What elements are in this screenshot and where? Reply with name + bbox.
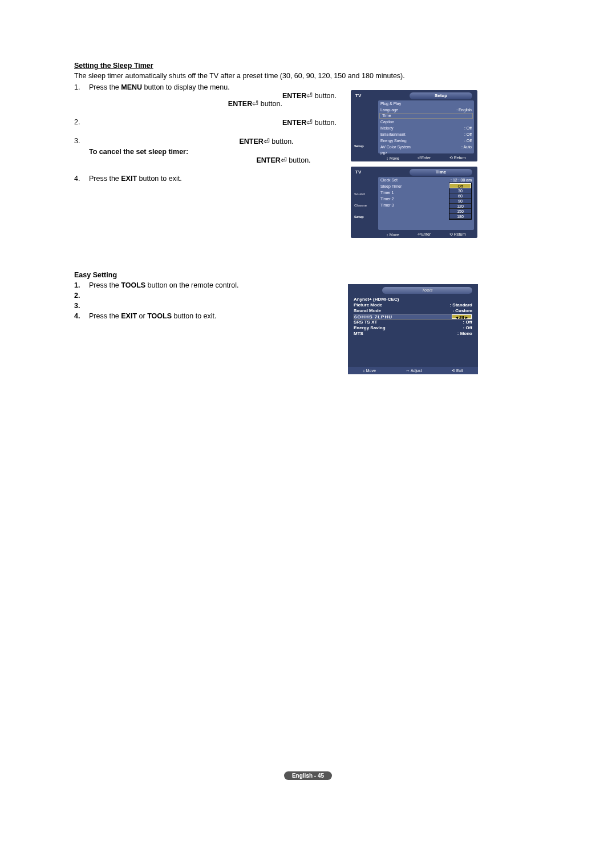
menu-word: MENU (121, 83, 142, 91)
enter-word: ENTER (228, 100, 252, 108)
tools-word: TOOLS (121, 281, 145, 289)
step-3: 3. ENTER button. To cancel the set sleep… (74, 137, 348, 164)
tools-row-highlighted: 6OHHS 7LPHU◂ 2II ▸ (354, 314, 472, 320)
enter-word: ENTER (282, 119, 306, 127)
dropdown-option: 30 (449, 188, 471, 193)
osd-time-menu: TV Time Sound Channe Setup Off3060901201… (351, 167, 477, 238)
osd-title: Time (410, 169, 472, 176)
enter-icon (264, 138, 270, 145)
step-1: 1. Press the MENU button to display the … (74, 83, 348, 108)
text: Press the (89, 312, 121, 320)
step-4: 4. Press the EXIT button to exit. (74, 175, 348, 183)
osd-row: Plug & Play (378, 100, 474, 107)
bottom-move: Move (366, 369, 376, 373)
tools-row: Energy Saving: Off (354, 325, 472, 331)
exit-word: EXIT (121, 312, 137, 320)
text: button on the remote control. (145, 281, 238, 289)
bottom-adjust: Adjust (411, 369, 422, 373)
move-icon (386, 233, 388, 237)
tools-row: MTS: Mono (354, 331, 472, 337)
easy-step-1: 1. Press the TOOLS button on the remote … (74, 281, 348, 289)
text: Press the (89, 281, 121, 289)
text: button. (313, 92, 337, 100)
text: Press the (89, 83, 121, 91)
step-number: 1. (74, 281, 89, 289)
step-number: 3. (74, 137, 89, 164)
exit-word: EXIT (121, 175, 137, 183)
dropdown-option: 120 (449, 204, 471, 209)
osd-title: Setup (410, 92, 472, 99)
easy-step-4: 4. Press the EXIT or TOOLS button to exi… (74, 312, 348, 320)
step-2: 2. ENTER button. (74, 118, 348, 127)
osd-setup-menu: TV Setup Setup Plug & PlayLanguage: Engl… (351, 90, 477, 161)
sidebar-item-setup: Setup (353, 140, 377, 152)
enter-icon (281, 156, 287, 164)
text: button. (258, 100, 282, 108)
text: Press the (89, 175, 121, 183)
enter-icon (252, 100, 258, 108)
move-icon (363, 369, 365, 373)
dropdown-option: 60 (449, 193, 471, 199)
step-number: 3. (74, 302, 89, 310)
bottom-move: Move (390, 233, 399, 237)
enter-icon (306, 119, 313, 127)
step-number: 2. (74, 292, 89, 300)
sidebar-item-sound: Sound (353, 188, 377, 200)
section-title-sleep: Setting the Sleep Timer (74, 62, 542, 70)
text: button. (270, 138, 294, 145)
adjust-icon (406, 369, 410, 373)
osd-row: Caption (378, 119, 474, 125)
enter-word: ENTER (239, 138, 263, 145)
osd-row: Time (379, 113, 473, 119)
bottom-exit: Exit (456, 369, 463, 373)
bottom-enter: Enter (421, 156, 431, 160)
return-icon (449, 156, 453, 160)
move-icon (386, 156, 388, 160)
return-icon (449, 232, 453, 236)
osd-row: Entertainment: Off (378, 131, 474, 138)
dropdown-option: 180 (449, 214, 471, 219)
enter-word: ENTER (282, 92, 306, 100)
page-footer: English - 45 (0, 771, 616, 780)
step-number: 4. (74, 312, 89, 320)
bottom-return: Return (454, 232, 466, 236)
sidebar-item-setup: Setup (353, 211, 377, 223)
text: button to exit. (172, 312, 217, 320)
osd-row: Melody: Off (378, 125, 474, 131)
enter-icon (306, 92, 313, 100)
sleep-timer-dropdown: Off306090120150180 (449, 183, 472, 220)
cancel-heading: To cancel the set sleep timer: (89, 148, 337, 156)
enter-word: ENTER (256, 156, 280, 164)
text: button to exit. (137, 175, 182, 183)
osd-row: AV Color System: Auto (378, 144, 474, 150)
step-number: 1. (74, 83, 89, 108)
tools-row: SRS TS XT: Off (354, 320, 472, 325)
bottom-return: Return (454, 156, 466, 160)
tools-word: TOOLS (147, 312, 172, 320)
sidebar-item (353, 177, 377, 188)
page-number: English - 45 (284, 771, 332, 780)
tools-title: Tools (382, 287, 472, 294)
dropdown-option: Off (449, 183, 471, 188)
intro-text: The sleep timer automatically shuts off … (74, 72, 542, 80)
osd-row: Language: English (378, 107, 474, 113)
text: button to display the menu. (142, 83, 230, 91)
tv-label: TV (355, 93, 361, 98)
tools-row: Anynet+ (HDMI-CEC) (354, 297, 472, 302)
step-number: 2. (74, 118, 89, 127)
sidebar-item-channel: Channe (353, 200, 377, 211)
easy-step-3: 3. (74, 302, 348, 310)
dropdown-option: 150 (449, 209, 471, 214)
bottom-enter: Enter (421, 232, 431, 236)
text: or (137, 312, 147, 320)
exit-icon (452, 369, 455, 373)
easy-setting-heading: Easy Setting (74, 271, 542, 279)
osd-tools-menu: Tools Anynet+ (HDMI-CEC)Picture Mode: St… (348, 284, 478, 374)
easy-step-2: 2. (74, 292, 348, 300)
tools-row: Picture Mode: Standard (354, 302, 472, 308)
osd-row: Energy Saving: Off (378, 138, 474, 144)
dropdown-option: 90 (449, 199, 471, 204)
tools-row: Sound Mode: Custom (354, 308, 472, 314)
text: button. (313, 119, 337, 127)
step-number: 4. (74, 175, 89, 183)
